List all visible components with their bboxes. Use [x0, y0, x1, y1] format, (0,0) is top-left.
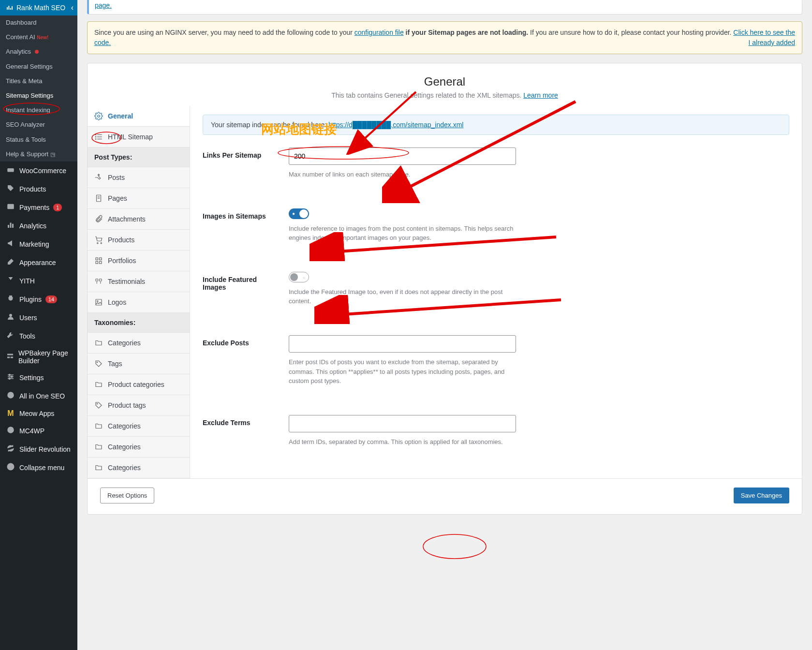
tab-portfolios[interactable]: Portfolios — [88, 251, 190, 271]
chevron-left-icon: ‹ — [71, 3, 74, 12]
svg-point-16 — [7, 392, 14, 399]
svg-point-47 — [423, 534, 486, 559]
sidebar-item-payments[interactable]: $Payments1 — [0, 198, 77, 217]
submenu-sitemap-settings[interactable]: Sitemap Settings — [0, 89, 77, 103]
sidebar-item-plugins[interactable]: Plugins14 — [0, 290, 77, 309]
sidebar-item-aioseo[interactable]: All in One SEO — [0, 387, 77, 405]
svg-rect-0 — [7, 168, 14, 172]
sidebar-item-appearance[interactable]: Appearance — [0, 253, 77, 272]
svg-point-41 — [97, 301, 98, 302]
sidebar-brand-label: Rank Math SEO — [16, 4, 65, 12]
svg-rect-8 — [7, 356, 10, 358]
sidebar-item-marketing[interactable]: Marketing — [0, 235, 77, 253]
save-button[interactable]: Save Changes — [734, 488, 789, 503]
sidebar-item-wpbakery[interactable]: WPBakery Page Builder — [0, 345, 77, 369]
submenu-general-settings[interactable]: General Settings — [0, 59, 77, 74]
sidebar-item-slider[interactable]: Slider Revolution — [0, 440, 77, 458]
sidebar-item-settings[interactable]: Settings — [0, 369, 77, 387]
folder-icon — [94, 422, 103, 430]
tab-html-sitemap[interactable]: HTML Sitemap — [88, 127, 190, 148]
tab-logos[interactable]: Logos — [88, 292, 190, 313]
tab-product-categories[interactable]: Product categories — [88, 374, 190, 395]
svg-rect-40 — [96, 299, 102, 305]
sidebar-brand[interactable]: Rank Math SEO ‹ — [0, 0, 77, 15]
submenu-seo-analyzer[interactable]: SEO Analyzer — [0, 118, 77, 132]
tab-products[interactable]: Products — [88, 230, 190, 251]
tab-categories-3[interactable]: Categories — [88, 437, 190, 458]
nginx-notice: Since you are using an NGINX server, you… — [87, 21, 802, 54]
already-added-link[interactable]: I already added — [748, 38, 795, 48]
notice-clip-link[interactable]: page. — [95, 1, 112, 9]
exclude-terms-label: Exclude Terms — [203, 415, 279, 447]
featured-desc: Include the Featured Image too, even if … — [289, 287, 516, 306]
exclude-posts-input[interactable] — [289, 335, 516, 353]
submenu-analytics[interactable]: Analytics — [0, 44, 77, 59]
mc4-icon — [6, 426, 15, 436]
tab-header-post-types: Post Types: — [88, 148, 190, 167]
learn-more-link[interactable]: Learn more — [523, 91, 558, 99]
tab-posts[interactable]: Posts — [88, 167, 190, 188]
sidebar-item-woocommerce[interactable]: WooCommerce — [0, 162, 77, 180]
featured-toggle[interactable]: ○ — [289, 272, 309, 282]
submenu-status-tools[interactable]: Status & Tools — [0, 133, 77, 147]
collapse-icon — [6, 462, 15, 473]
sidebar-item-meow[interactable]: MMeow Apps — [0, 405, 77, 422]
woo-icon — [6, 165, 15, 176]
plug-icon — [6, 294, 15, 305]
sidebar-item-products[interactable]: Products — [0, 180, 77, 198]
tab-product-tags[interactable]: Product tags — [88, 395, 190, 416]
svg-rect-9 — [11, 356, 13, 358]
card-footer: Reset Options Save Changes — [88, 478, 802, 514]
tab-header-taxonomies: Taxonomies: — [88, 313, 190, 333]
aio-icon — [6, 391, 15, 401]
toggle-knob-icon — [290, 273, 298, 281]
links-input[interactable] — [289, 148, 516, 165]
submenu-content-ai[interactable]: Content AI New! — [0, 30, 77, 44]
tab-general[interactable]: General — [88, 106, 190, 127]
sidebar-item-users[interactable]: Users — [0, 309, 77, 327]
exclude-terms-input[interactable] — [289, 415, 516, 432]
reset-button[interactable]: Reset Options — [100, 488, 154, 503]
page-title: General — [95, 75, 794, 89]
tab-attachments[interactable]: Attachments — [88, 209, 190, 230]
svg-point-14 — [11, 376, 13, 377]
tab-tags[interactable]: Tags — [88, 354, 190, 374]
submenu-instant-indexing[interactable]: Instant Indexing — [0, 103, 77, 118]
svg-rect-35 — [100, 262, 102, 264]
svg-point-43 — [97, 403, 98, 404]
tag-icon — [94, 359, 103, 368]
field-exclude-posts: Exclude Posts Enter post IDs of posts yo… — [203, 321, 789, 400]
folder-icon — [94, 339, 103, 347]
list-icon — [94, 133, 103, 141]
tab-categories[interactable]: Categories — [88, 333, 190, 354]
user-icon — [6, 312, 15, 323]
tab-categories-4[interactable]: Categories — [88, 458, 190, 478]
tab-categories-2[interactable]: Categories — [88, 416, 190, 437]
sitemap-url-link[interactable]: https://d████████.com/sitemap_index.xml — [328, 121, 463, 129]
tab-pages[interactable]: Pages — [88, 188, 190, 209]
svg-point-31 — [101, 243, 102, 244]
badge: 14 — [45, 295, 57, 303]
sidebar-item-collapse[interactable]: Collapse menu — [0, 458, 77, 477]
sidebar-item-analytics[interactable]: Analytics — [0, 217, 77, 235]
submenu-dashboard[interactable]: Dashboard — [0, 15, 77, 30]
tab-testimonials[interactable]: Testimonials — [88, 271, 190, 292]
config-file-link[interactable]: configuration file — [354, 29, 404, 36]
page-icon — [94, 194, 103, 203]
svg-rect-32 — [96, 258, 98, 260]
svg-point-42 — [97, 362, 98, 363]
submenu-help-support[interactable]: Help & Support◳ — [0, 147, 77, 162]
image-icon — [94, 298, 103, 307]
images-toggle[interactable]: ● — [289, 208, 309, 219]
tag-icon — [94, 401, 103, 410]
sidebar-item-tools[interactable]: Tools — [0, 327, 77, 345]
svg-point-17 — [7, 427, 14, 433]
refresh-icon — [6, 444, 15, 455]
submenu-titles-meta[interactable]: Titles & Meta — [0, 74, 77, 89]
field-images-in-sitemaps: Images in Sitemaps ● Include reference t… — [203, 194, 789, 257]
sidebar-item-mc4wp[interactable]: MC4WP — [0, 422, 77, 440]
annotation-circle-save-button — [421, 532, 488, 561]
sidebar-item-yith[interactable]: YITH — [0, 272, 77, 290]
paperclip-icon — [94, 215, 103, 223]
wpb-icon — [6, 352, 15, 362]
